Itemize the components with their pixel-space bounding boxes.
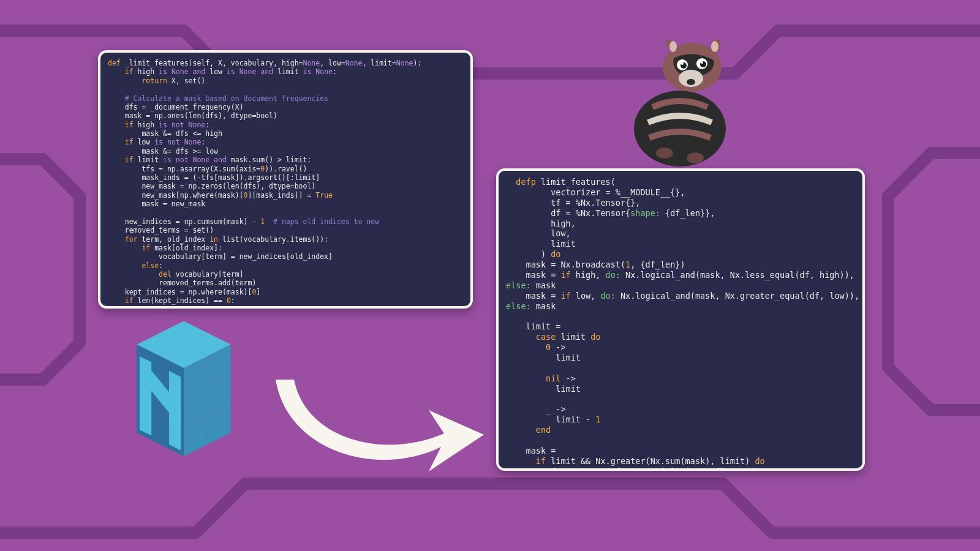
python-code: def _limit_features(self, X, vocabulary,… [100, 53, 470, 309]
arrow-icon [263, 367, 490, 490]
svg-point-32 [687, 152, 704, 163]
svg-point-30 [701, 61, 703, 64]
python-code-panel: def _limit_features(self, X, vocabulary,… [98, 50, 473, 309]
svg-point-21 [669, 41, 677, 52]
svg-point-24 [687, 79, 695, 85]
elixir-code: defp limit_features( vectorizer = %__MOD… [499, 171, 862, 471]
numbat-mascot-icon [619, 31, 741, 171]
elixir-code-panel: defp limit_features( vectorizer = %__MOD… [496, 168, 865, 471]
svg-point-31 [656, 148, 673, 159]
numpy-logo-icon [110, 312, 257, 459]
svg-point-22 [711, 41, 718, 52]
svg-point-29 [681, 62, 684, 65]
